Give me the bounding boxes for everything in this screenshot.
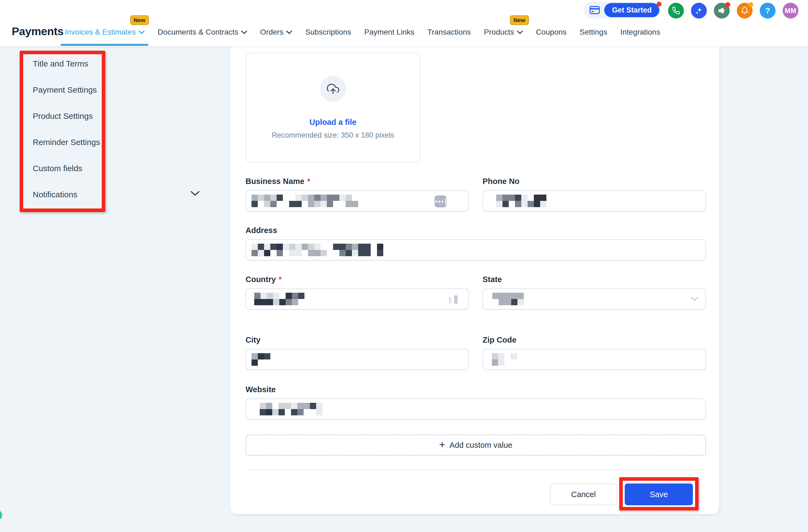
redacted-value	[252, 244, 383, 256]
sidebar-item-notifications[interactable]: Notifications	[33, 182, 100, 208]
tab-coupons[interactable]: Coupons	[536, 27, 567, 46]
zip-input[interactable]	[482, 349, 706, 370]
field-label: Business Name *	[245, 177, 469, 186]
top-header: Payments New Invoices & Estimates Docume…	[0, 0, 808, 46]
help-button[interactable]: ?	[760, 3, 775, 19]
chevron-down-icon	[691, 297, 698, 301]
sidebar-item-label: Payment Settings	[33, 85, 97, 95]
tab-label: Settings	[580, 27, 607, 38]
redacted-value	[254, 293, 305, 305]
tab-payment-links[interactable]: Payment Links	[364, 27, 415, 46]
sidebar-item-reminder-settings[interactable]: Reminder Settings	[33, 129, 100, 155]
sidebar-item-label: Title and Terms	[33, 59, 88, 69]
phone-button[interactable]	[668, 3, 684, 19]
chevron-down-icon	[517, 31, 523, 34]
required-asterisk: *	[307, 177, 310, 186]
address-input[interactable]	[245, 239, 706, 261]
city-input[interactable]	[245, 349, 469, 370]
sparkles-icon	[695, 6, 703, 15]
website-field: Website	[245, 385, 706, 420]
tab-documents-contracts[interactable]: Documents & Contracts	[158, 27, 247, 46]
footer-divider	[245, 469, 706, 470]
field-label: State	[482, 275, 706, 284]
city-field: City	[245, 335, 469, 370]
plus-icon: +	[439, 439, 445, 450]
country-input[interactable]	[245, 288, 469, 310]
sidebar-item-label: Custom fields	[33, 164, 82, 173]
primary-nav: New Invoices & Estimates Documents & Con…	[65, 27, 660, 46]
address-field: Address	[245, 226, 706, 261]
notifications-button[interactable]	[737, 3, 753, 19]
redacted-value	[492, 353, 517, 366]
field-label-text: City	[245, 335, 260, 344]
phone-input[interactable]	[482, 190, 706, 211]
save-button[interactable]: Save	[625, 483, 693, 505]
header-actions: Get Started ? MM	[584, 2, 798, 19]
field-label: Zip Code	[482, 335, 706, 344]
tab-integrations[interactable]: Integrations	[620, 27, 660, 46]
autofill-icon[interactable]	[435, 195, 446, 207]
sidebar-item-label: Product Settings	[33, 112, 93, 121]
country-field: Country *	[245, 275, 469, 310]
get-started-pill[interactable]: Get Started	[584, 2, 661, 19]
upload-file-link[interactable]: Upload a file	[309, 118, 356, 127]
tab-orders[interactable]: Orders	[260, 27, 292, 46]
sidebar-item-payment-settings[interactable]: Payment Settings	[33, 77, 100, 103]
tab-transactions[interactable]: Transactions	[427, 27, 471, 46]
field-label: Country *	[245, 275, 469, 284]
upload-size-hint: Recommended size: 350 x 180 pixels	[272, 131, 394, 139]
tab-settings[interactable]: Settings	[580, 27, 607, 46]
chat-widget-bubble[interactable]	[0, 510, 2, 520]
credit-card-icon	[589, 6, 600, 14]
get-started-button[interactable]: Get Started	[604, 3, 659, 17]
tab-label: Products	[484, 27, 514, 38]
tab-label: Payment Links	[364, 27, 415, 38]
tab-subscriptions[interactable]: Subscriptions	[305, 27, 351, 46]
required-asterisk: *	[278, 275, 281, 284]
sidebar-item-custom-fields[interactable]: Custom fields	[33, 155, 100, 182]
new-badge: New	[510, 15, 529, 25]
business-name-input[interactable]	[245, 190, 469, 211]
form-actions: Cancel Save	[245, 483, 706, 505]
notification-dot	[726, 2, 730, 7]
website-input[interactable]	[245, 398, 706, 420]
avatar[interactable]: MM	[783, 3, 798, 19]
add-custom-value-button[interactable]: + Add custom value	[245, 434, 706, 456]
redacted-value	[492, 293, 524, 305]
ai-assistant-button[interactable]	[691, 3, 707, 19]
tab-products[interactable]: New Products	[484, 27, 523, 46]
sidebar-item-product-settings[interactable]: Product Settings	[33, 103, 100, 129]
announcements-button[interactable]	[714, 3, 730, 19]
redacted-fragment	[449, 297, 452, 304]
upload-icon-circle	[320, 76, 346, 102]
redacted-value	[260, 403, 323, 415]
field-label-text: Country	[245, 275, 276, 284]
chevron-down-icon	[190, 191, 200, 196]
notification-dot	[657, 2, 662, 6]
phone-field: Phone No	[482, 177, 706, 211]
tab-label: Orders	[260, 27, 284, 38]
field-label-text: Zip Code	[482, 335, 516, 344]
cloud-upload-icon	[327, 82, 339, 95]
logo-upload-dropzone[interactable]: Upload a file Recommended size: 350 x 18…	[245, 53, 420, 163]
field-label-text: Address	[245, 226, 277, 235]
field-label-text: Website	[245, 385, 276, 394]
sidebar-collapse-chevron[interactable]	[190, 191, 200, 197]
state-select[interactable]	[482, 288, 706, 310]
tab-label: Coupons	[536, 27, 567, 38]
tab-label: Invoices & Estimates	[65, 27, 136, 38]
business-info-card: Upload a file Recommended size: 350 x 18…	[231, 46, 719, 514]
tab-label: Documents & Contracts	[158, 27, 238, 38]
redacted-fragment	[454, 296, 457, 304]
field-label: City	[245, 335, 469, 344]
add-custom-value-label: Add custom value	[449, 441, 513, 450]
notification-dot	[748, 2, 753, 7]
cancel-button[interactable]: Cancel	[550, 483, 617, 505]
tab-invoices-estimates[interactable]: New Invoices & Estimates	[65, 27, 145, 46]
tab-label: Transactions	[427, 27, 471, 38]
active-tab-underline	[60, 44, 148, 46]
sidebar-item-title-and-terms[interactable]: Title and Terms	[33, 51, 100, 77]
redacted-value	[496, 195, 546, 207]
field-label-text: State	[482, 275, 502, 284]
new-badge: New	[130, 15, 149, 25]
